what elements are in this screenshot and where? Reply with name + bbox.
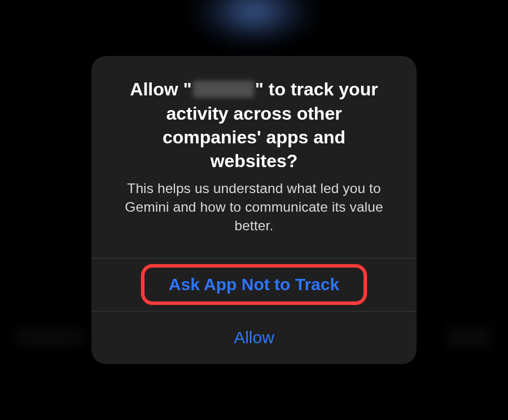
title-prefix: Allow " (130, 77, 191, 101)
background-blur-right (446, 327, 491, 347)
background-glow (192, 0, 316, 45)
ask-not-to-track-button[interactable]: Ask App Not to Track (91, 259, 417, 311)
title-line-2: activity across other (111, 102, 397, 125)
background-blur-left (17, 327, 85, 347)
title-line-4: websites? (111, 149, 397, 173)
tracking-permission-dialog: Allow " " to track your activity across … (91, 56, 417, 364)
title-line-3: companies' apps and (111, 125, 397, 149)
dialog-title: Allow " " to track your activity across … (111, 77, 397, 173)
deny-button-row: Ask App Not to Track (91, 258, 417, 311)
allow-button[interactable]: Allow (91, 312, 417, 364)
title-suffix: " to track your (255, 77, 378, 101)
allow-button-row: Allow (91, 311, 417, 364)
dialog-body: Allow " " to track your activity across … (91, 56, 417, 257)
redacted-app-name (193, 81, 254, 98)
dialog-subtitle: This helps us understand what led you to… (111, 180, 397, 235)
